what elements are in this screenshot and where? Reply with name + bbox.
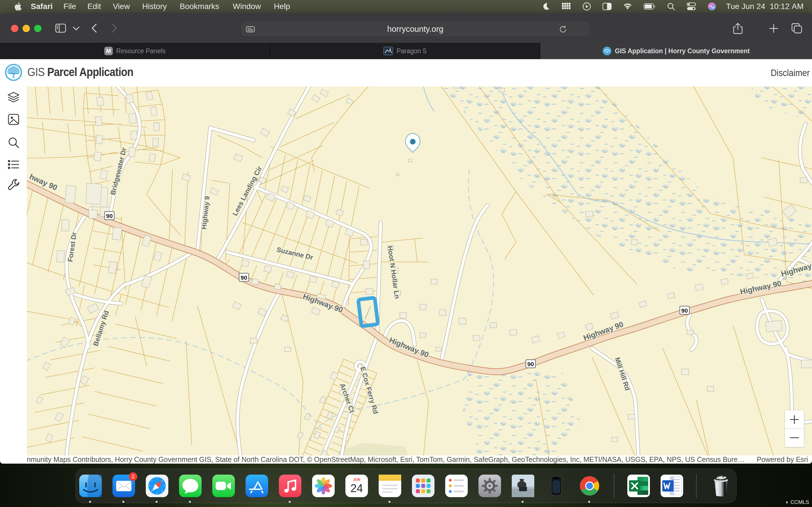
svg-text:JUN: JUN <box>353 477 360 482</box>
svg-text:90: 90 <box>527 361 534 367</box>
svg-text:90: 90 <box>106 213 112 219</box>
svg-text:90: 90 <box>681 307 688 314</box>
svg-text:24: 24 <box>350 482 363 494</box>
svg-text:90: 90 <box>241 274 247 281</box>
